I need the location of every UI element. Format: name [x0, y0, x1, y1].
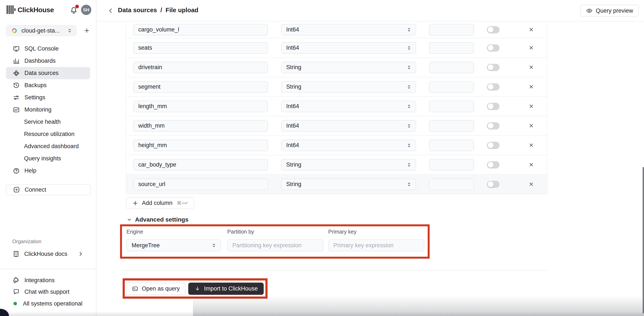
sidebar-item-service-health[interactable]: Service health — [6, 116, 90, 128]
advanced-settings-toggle[interactable]: Advanced settings — [126, 216, 188, 223]
organization-section-label: Organization — [12, 239, 42, 245]
nullable-toggle[interactable] — [487, 181, 500, 188]
column-default-input[interactable] — [429, 101, 474, 112]
column-default-input[interactable] — [429, 120, 474, 132]
table-row: Int64✕ — [126, 21, 547, 38]
column-name-input[interactable] — [133, 62, 268, 73]
import-to-clickhouse-button[interactable]: Import to ClickHouse — [188, 283, 264, 295]
column-name-input[interactable] — [133, 81, 268, 93]
column-name-input[interactable] — [133, 101, 268, 112]
download-arrow-icon — [194, 286, 201, 292]
table-row: Int64✕ — [126, 116, 547, 136]
backups-icon — [12, 82, 20, 89]
open-as-query-button[interactable]: Open as query — [126, 283, 186, 295]
remove-column-button[interactable]: ✕ — [526, 140, 537, 151]
chevron-down-icon — [126, 217, 132, 222]
column-name-input[interactable] — [133, 178, 268, 190]
table-row: Int64✕ — [126, 38, 547, 58]
toggle-knob — [488, 123, 494, 129]
chevron-updown-icon — [406, 84, 412, 90]
nullable-toggle[interactable] — [487, 83, 500, 91]
remove-column-button[interactable]: ✕ — [526, 120, 537, 132]
column-type-select[interactable]: Int64 — [281, 101, 416, 112]
sidebar-item-chat-with-support[interactable]: Chat with support — [6, 286, 90, 298]
sidebar-item-label: Integrations — [24, 277, 55, 284]
column-default-input[interactable] — [429, 62, 474, 73]
sidebar-item-label: Service health — [24, 119, 61, 125]
column-type-select[interactable]: String — [281, 159, 416, 171]
sidebar-item-data-sources[interactable]: Data sources — [6, 67, 90, 79]
column-default-input[interactable] — [429, 140, 474, 151]
sidebar-item-label: Query insights — [24, 155, 61, 162]
column-type-select[interactable]: String — [281, 62, 416, 73]
notification-badge — [75, 5, 79, 8]
remove-column-button[interactable]: ✕ — [526, 178, 537, 190]
vertical-scrollbar[interactable] — [643, 167, 644, 314]
column-type-select[interactable]: Int64 — [281, 42, 416, 54]
remove-column-button[interactable]: ✕ — [526, 101, 537, 112]
partition-by-input[interactable] — [227, 239, 323, 251]
sidebar-item-backups[interactable]: Backups — [6, 79, 90, 91]
column-type-value: String — [286, 64, 302, 71]
sidebar-item-clickhouse-docs[interactable]: ClickHouse docs — [6, 248, 91, 260]
system-status[interactable]: All systems operational — [6, 298, 91, 309]
toggle-knob — [488, 64, 494, 70]
query-preview-button[interactable]: Query preview — [580, 5, 639, 17]
column-type-select[interactable]: String — [281, 81, 416, 93]
avatar[interactable]: SH — [81, 5, 91, 15]
nullable-toggle[interactable] — [487, 142, 500, 149]
notifications-button[interactable] — [69, 5, 78, 15]
connect-label: Connect — [25, 186, 46, 193]
column-name-input[interactable] — [133, 24, 268, 35]
connect-button[interactable]: Connect — [6, 184, 91, 195]
sidebar-item-label: Monitoring — [24, 106, 52, 113]
primary-key-input[interactable] — [328, 239, 424, 251]
back-chevron-icon[interactable] — [107, 7, 114, 14]
column-default-input[interactable] — [429, 159, 474, 171]
column-type-select[interactable]: Int64 — [281, 140, 416, 151]
nullable-toggle[interactable] — [487, 161, 500, 168]
sidebar-item-resource-utilization[interactable]: Resource utilization — [6, 128, 90, 140]
sidebar-item-monitoring[interactable]: Monitoring — [6, 104, 90, 116]
column-default-input[interactable] — [429, 24, 474, 35]
chevron-updown-icon — [406, 65, 412, 70]
sidebar-item-dashboards[interactable]: Dashboards — [6, 55, 90, 67]
sidebar-item-sql-console[interactable]: SQL Console — [6, 43, 90, 55]
column-name-input[interactable] — [133, 159, 268, 171]
remove-column-button[interactable]: ✕ — [526, 62, 537, 73]
remove-column-button[interactable]: ✕ — [526, 24, 537, 35]
nullable-toggle[interactable] — [487, 122, 500, 130]
dashboards-icon — [12, 57, 20, 65]
nullable-toggle[interactable] — [487, 64, 500, 71]
add-service-button[interactable] — [82, 26, 92, 35]
sidebar-item-help[interactable]: Help — [6, 165, 90, 177]
column-type-select[interactable]: String — [281, 178, 416, 190]
column-name-input[interactable] — [133, 42, 268, 54]
chat-icon — [12, 288, 20, 296]
column-name-input[interactable] — [133, 140, 268, 151]
nullable-toggle[interactable] — [487, 44, 500, 52]
remove-column-button[interactable]: ✕ — [526, 81, 537, 93]
column-name-input[interactable] — [133, 120, 268, 132]
column-type-select[interactable]: Int64 — [281, 24, 416, 35]
sidebar-item-label: Settings — [24, 94, 46, 101]
sidebar-item-settings[interactable]: Settings — [6, 91, 90, 104]
add-column-button[interactable]: Add column ⌘+↵ — [126, 197, 194, 209]
chevron-updown-icon — [406, 181, 412, 187]
section-divider — [122, 270, 547, 271]
sidebar-item-query-insights[interactable]: Query insights — [6, 153, 90, 165]
service-selector[interactable]: cloud-get-sta... — [6, 25, 76, 36]
column-type-select[interactable]: Int64 — [281, 120, 416, 132]
column-default-input[interactable] — [429, 42, 474, 54]
gcp-cloud-icon — [11, 27, 18, 34]
nullable-toggle[interactable] — [487, 103, 500, 110]
remove-column-button[interactable]: ✕ — [526, 159, 537, 171]
column-default-input[interactable] — [429, 81, 474, 93]
column-default-input[interactable] — [429, 178, 474, 190]
nullable-toggle[interactable] — [487, 26, 500, 33]
breadcrumb-data-sources[interactable]: Data sources — [118, 7, 157, 14]
engine-select[interactable]: MergeTree — [126, 239, 221, 251]
remove-column-button[interactable]: ✕ — [526, 42, 537, 54]
sidebar-item-integrations[interactable]: Integrations — [6, 275, 90, 286]
sidebar-item-advanced-dashboard[interactable]: Advanced dashboard — [6, 140, 90, 153]
